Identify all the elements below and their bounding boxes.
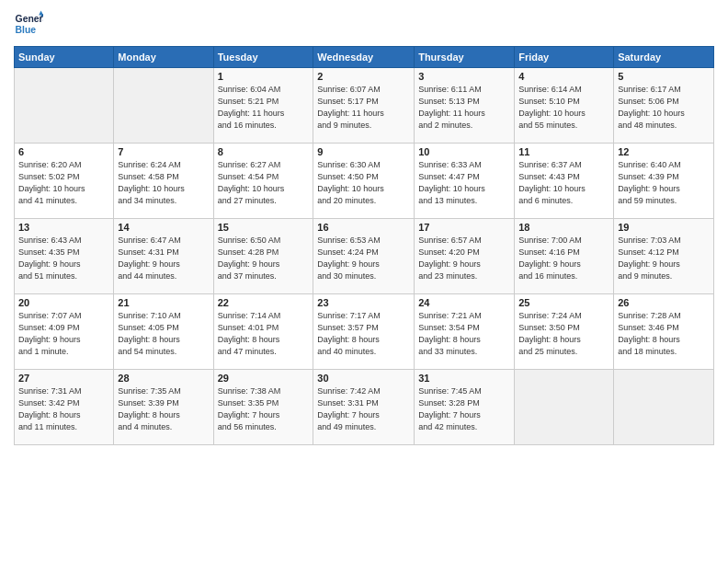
calendar-cell: 13Sunrise: 6:43 AM Sunset: 4:35 PM Dayli… [15, 219, 114, 294]
calendar-cell: 6Sunrise: 6:20 AM Sunset: 5:02 PM Daylig… [15, 144, 114, 219]
calendar-cell: 1Sunrise: 6:04 AM Sunset: 5:21 PM Daylig… [213, 68, 313, 144]
calendar-cell: 31Sunrise: 7:45 AM Sunset: 3:28 PM Dayli… [415, 370, 515, 445]
calendar-cell [114, 68, 213, 144]
calendar-cell: 21Sunrise: 7:10 AM Sunset: 4:05 PM Dayli… [114, 294, 213, 370]
day-info: Sunrise: 6:17 AM Sunset: 5:06 PM Dayligh… [618, 84, 710, 132]
day-number: 22 [218, 297, 310, 308]
day-number: 18 [518, 222, 609, 233]
calendar-cell: 19Sunrise: 7:03 AM Sunset: 4:12 PM Dayli… [614, 219, 714, 294]
calendar-cell [15, 68, 114, 144]
calendar-cell: 17Sunrise: 6:57 AM Sunset: 4:20 PM Dayli… [415, 219, 515, 294]
day-number: 31 [418, 373, 510, 384]
day-number: 3 [418, 71, 510, 82]
day-number: 6 [18, 146, 109, 157]
day-header-tuesday: Tuesday [213, 47, 313, 68]
day-info: Sunrise: 7:00 AM Sunset: 4:16 PM Dayligh… [518, 235, 609, 282]
calendar-cell: 30Sunrise: 7:42 AM Sunset: 3:31 PM Dayli… [313, 370, 415, 445]
calendar-cell: 9Sunrise: 6:30 AM Sunset: 4:50 PM Daylig… [313, 144, 415, 219]
calendar-cell: 26Sunrise: 7:28 AM Sunset: 3:46 PM Dayli… [614, 294, 714, 370]
day-number: 1 [218, 71, 310, 82]
header: General Blue [14, 9, 714, 39]
day-info: Sunrise: 7:31 AM Sunset: 3:42 PM Dayligh… [18, 385, 109, 433]
day-info: Sunrise: 6:57 AM Sunset: 4:20 PM Dayligh… [418, 235, 510, 282]
day-info: Sunrise: 6:37 AM Sunset: 4:43 PM Dayligh… [518, 159, 609, 207]
day-info: Sunrise: 6:50 AM Sunset: 4:28 PM Dayligh… [218, 235, 310, 282]
day-number: 21 [118, 297, 209, 308]
day-info: Sunrise: 7:10 AM Sunset: 4:05 PM Dayligh… [118, 310, 209, 358]
day-number: 17 [418, 222, 510, 233]
day-header-row: SundayMondayTuesdayWednesdayThursdayFrid… [15, 47, 714, 68]
day-info: Sunrise: 7:21 AM Sunset: 3:54 PM Dayligh… [418, 310, 510, 358]
day-header-wednesday: Wednesday [313, 47, 415, 68]
day-number: 29 [218, 373, 310, 384]
calendar-cell: 3Sunrise: 6:11 AM Sunset: 5:13 PM Daylig… [415, 68, 515, 144]
day-number: 11 [518, 146, 609, 157]
calendar-cell: 5Sunrise: 6:17 AM Sunset: 5:06 PM Daylig… [614, 68, 714, 144]
week-row-3: 20Sunrise: 7:07 AM Sunset: 4:09 PM Dayli… [15, 294, 714, 370]
day-number: 27 [18, 373, 109, 384]
day-header-friday: Friday [515, 47, 614, 68]
calendar-cell: 25Sunrise: 7:24 AM Sunset: 3:50 PM Dayli… [515, 294, 614, 370]
day-info: Sunrise: 7:17 AM Sunset: 3:57 PM Dayligh… [317, 310, 410, 358]
calendar-cell: 18Sunrise: 7:00 AM Sunset: 4:16 PM Dayli… [515, 219, 614, 294]
day-header-sunday: Sunday [15, 47, 114, 68]
calendar-cell: 20Sunrise: 7:07 AM Sunset: 4:09 PM Dayli… [15, 294, 114, 370]
day-info: Sunrise: 7:24 AM Sunset: 3:50 PM Dayligh… [518, 310, 609, 358]
calendar-cell: 29Sunrise: 7:38 AM Sunset: 3:35 PM Dayli… [213, 370, 313, 445]
week-row-2: 13Sunrise: 6:43 AM Sunset: 4:35 PM Dayli… [15, 219, 714, 294]
calendar-cell: 23Sunrise: 7:17 AM Sunset: 3:57 PM Dayli… [313, 294, 415, 370]
day-info: Sunrise: 6:30 AM Sunset: 4:50 PM Dayligh… [317, 159, 410, 207]
day-info: Sunrise: 6:07 AM Sunset: 5:17 PM Dayligh… [317, 84, 410, 132]
day-header-thursday: Thursday [415, 47, 515, 68]
week-row-4: 27Sunrise: 7:31 AM Sunset: 3:42 PM Dayli… [15, 370, 714, 445]
logo: General Blue [14, 9, 43, 39]
day-number: 19 [618, 222, 710, 233]
week-row-1: 6Sunrise: 6:20 AM Sunset: 5:02 PM Daylig… [15, 144, 714, 219]
day-number: 13 [18, 222, 109, 233]
day-info: Sunrise: 7:14 AM Sunset: 4:01 PM Dayligh… [218, 310, 310, 358]
day-number: 5 [618, 71, 710, 82]
day-number: 24 [418, 297, 510, 308]
calendar-cell [614, 370, 714, 445]
day-number: 16 [317, 222, 410, 233]
day-number: 2 [317, 71, 410, 82]
calendar-cell: 10Sunrise: 6:33 AM Sunset: 4:47 PM Dayli… [415, 144, 515, 219]
calendar-cell: 22Sunrise: 7:14 AM Sunset: 4:01 PM Dayli… [213, 294, 313, 370]
calendar-cell: 11Sunrise: 6:37 AM Sunset: 4:43 PM Dayli… [515, 144, 614, 219]
calendar-cell: 24Sunrise: 7:21 AM Sunset: 3:54 PM Dayli… [415, 294, 515, 370]
logo-icon: General Blue [14, 9, 43, 39]
calendar-cell: 7Sunrise: 6:24 AM Sunset: 4:58 PM Daylig… [114, 144, 213, 219]
day-number: 10 [418, 146, 510, 157]
day-info: Sunrise: 6:20 AM Sunset: 5:02 PM Dayligh… [18, 159, 109, 207]
day-info: Sunrise: 7:28 AM Sunset: 3:46 PM Dayligh… [618, 310, 710, 358]
day-number: 7 [118, 146, 209, 157]
page: General Blue SundayMondayTuesdayWednesda… [0, 0, 728, 563]
day-header-monday: Monday [114, 47, 213, 68]
day-info: Sunrise: 7:42 AM Sunset: 3:31 PM Dayligh… [317, 385, 410, 433]
day-info: Sunrise: 6:53 AM Sunset: 4:24 PM Dayligh… [317, 235, 410, 282]
day-info: Sunrise: 7:45 AM Sunset: 3:28 PM Dayligh… [418, 385, 510, 433]
calendar-cell: 16Sunrise: 6:53 AM Sunset: 4:24 PM Dayli… [313, 219, 415, 294]
week-row-0: 1Sunrise: 6:04 AM Sunset: 5:21 PM Daylig… [15, 68, 714, 144]
day-info: Sunrise: 6:47 AM Sunset: 4:31 PM Dayligh… [118, 235, 209, 282]
svg-text:Blue: Blue [16, 25, 37, 35]
day-info: Sunrise: 6:33 AM Sunset: 4:47 PM Dayligh… [418, 159, 510, 207]
day-info: Sunrise: 6:11 AM Sunset: 5:13 PM Dayligh… [418, 84, 510, 132]
calendar-cell: 27Sunrise: 7:31 AM Sunset: 3:42 PM Dayli… [15, 370, 114, 445]
day-number: 12 [618, 146, 710, 157]
day-number: 30 [317, 373, 410, 384]
svg-text:General: General [16, 14, 43, 24]
day-info: Sunrise: 6:27 AM Sunset: 4:54 PM Dayligh… [218, 159, 310, 207]
day-number: 4 [518, 71, 609, 82]
day-number: 9 [317, 146, 410, 157]
day-number: 26 [618, 297, 710, 308]
day-info: Sunrise: 7:03 AM Sunset: 4:12 PM Dayligh… [618, 235, 710, 282]
calendar-table: SundayMondayTuesdayWednesdayThursdayFrid… [14, 46, 714, 445]
day-info: Sunrise: 7:38 AM Sunset: 3:35 PM Dayligh… [218, 385, 310, 433]
day-header-saturday: Saturday [614, 47, 714, 68]
day-info: Sunrise: 6:43 AM Sunset: 4:35 PM Dayligh… [18, 235, 109, 282]
calendar-cell: 14Sunrise: 6:47 AM Sunset: 4:31 PM Dayli… [114, 219, 213, 294]
day-info: Sunrise: 6:14 AM Sunset: 5:10 PM Dayligh… [518, 84, 609, 132]
calendar-cell: 2Sunrise: 6:07 AM Sunset: 5:17 PM Daylig… [313, 68, 415, 144]
day-number: 28 [118, 373, 209, 384]
